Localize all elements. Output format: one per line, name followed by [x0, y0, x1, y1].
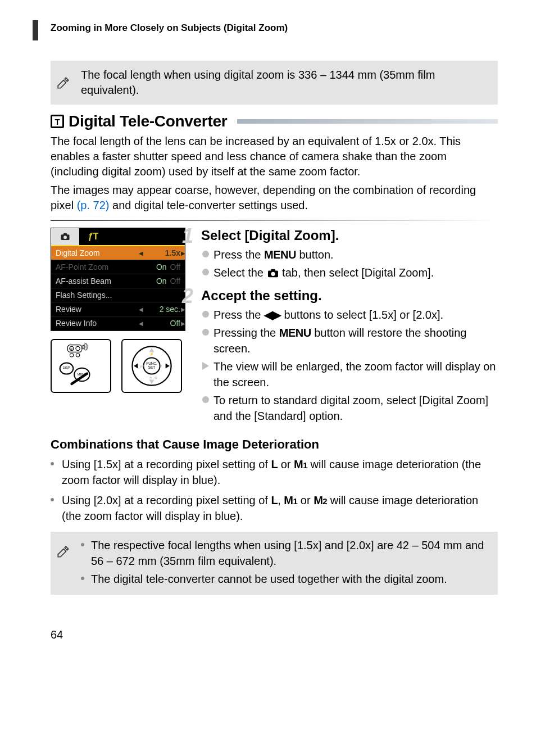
svg-text:DISP.: DISP.	[63, 366, 71, 369]
page-number: 64	[51, 628, 498, 641]
text: buttons to select [1.5x] or [2.0x].	[281, 309, 443, 321]
step-number-1: 1	[182, 224, 193, 248]
menu-value-off: Off	[170, 262, 180, 271]
svg-point-7	[82, 346, 85, 348]
menu-row-flash: Flash Settings...	[51, 288, 185, 302]
intro-2-b: and digital tele-converter settings used…	[110, 199, 308, 211]
page-side-tab	[33, 20, 38, 40]
text: button.	[296, 248, 334, 261]
text: Using [2.0x] at a recording pixel settin…	[62, 494, 271, 506]
menu-label: AF-assist Beam	[56, 277, 111, 286]
section-header: Zooming in More Closely on Subjects (Dig…	[51, 22, 498, 34]
svg-point-9	[70, 354, 73, 357]
size-m2-glyph: M2	[314, 494, 327, 506]
note-box: The focal length when using digital zoom…	[51, 61, 498, 105]
tele-badge-icon: T	[51, 115, 64, 128]
svg-point-2	[63, 236, 67, 239]
svg-rect-8	[84, 344, 87, 350]
camera-tab-icon	[267, 266, 279, 282]
svg-rect-29	[271, 269, 275, 272]
step-1: 1 Select [Digital Zoom].	[201, 228, 498, 243]
svg-marker-21	[134, 363, 138, 368]
step-2: 2 Accept the setting.	[201, 288, 498, 304]
size-l-glyph: L	[271, 494, 278, 506]
menu-button-glyph: MENU	[279, 327, 311, 339]
svg-text:ƒ: ƒ	[161, 364, 163, 369]
svg-point-5	[76, 346, 80, 350]
menu-value: 2 sec.	[160, 305, 180, 314]
menu-value: Off	[170, 319, 180, 328]
text: tab, then select [Digital Zoom].	[279, 266, 434, 279]
footer-note-2: The digital tele-converter cannot be use…	[81, 571, 488, 587]
svg-text:MF: MF	[140, 365, 145, 368]
menu-label: Digital Zoom	[56, 248, 100, 257]
text: ,	[278, 494, 284, 506]
step-2-title: Accept the setting.	[201, 288, 498, 304]
divider	[51, 220, 498, 221]
svg-point-10	[76, 354, 79, 357]
subsection-heading-row: T Digital Tele-Converter	[51, 112, 498, 130]
combinations-heading: Combinations that Cause Image Deteriorat…	[51, 437, 498, 452]
text: Press the	[214, 248, 264, 261]
intro-paragraph-2: The images may appear coarse, however, d…	[51, 183, 498, 213]
menu-label: Review Info	[56, 319, 97, 328]
step2-bullet-3: The view will be enlarged, the zoom fact…	[201, 359, 498, 390]
step-1-title: Select [Digital Zoom].	[201, 228, 498, 243]
heading-rule	[237, 119, 498, 124]
text: Using [1.5x] at a recording pixel settin…	[62, 458, 271, 470]
left-right-arrows-icon: ◀▶	[264, 309, 281, 321]
camera-tab-icon	[51, 228, 79, 245]
footer-note-box: The respective focal lengths when using …	[51, 532, 498, 595]
text: Select the	[214, 266, 267, 279]
svg-rect-1	[63, 233, 67, 236]
subsection-heading: Digital Tele-Converter	[69, 112, 227, 130]
svg-text:SET: SET	[69, 348, 74, 351]
menu-label: AF-Point Zoom	[56, 262, 108, 271]
menu-value-off: Off	[170, 277, 180, 286]
step2-bullet-1: Press the ◀▶ buttons to select [1.5x] or…	[201, 307, 498, 323]
camera-back-illustration: SET DISP. MENU	[51, 339, 111, 393]
svg-marker-20	[149, 380, 154, 384]
size-m1-glyph: M1	[294, 458, 307, 470]
combo-bullet-1: Using [1.5x] at a recording pixel settin…	[51, 456, 498, 488]
step2-bullet-4: To return to standard digital zoom, sele…	[201, 392, 498, 424]
text: Pressing the	[214, 327, 279, 339]
menu-value-on: On	[156, 262, 167, 271]
menu-label: Flash Settings...	[56, 291, 112, 300]
step-number-2: 2	[182, 284, 193, 308]
svg-text:✿: ✿	[155, 375, 157, 379]
dpad-illustration: FUNC. SET ⚡ MF ƒ ◔ ✿	[121, 339, 182, 393]
svg-text:◔: ◔	[149, 375, 152, 379]
svg-text:FUNC.: FUNC.	[146, 361, 157, 365]
size-m1-glyph: M1	[284, 494, 297, 506]
page-reference-link[interactable]: (p. 72)	[77, 199, 110, 211]
svg-text:⚡: ⚡	[149, 352, 154, 356]
size-l-glyph: L	[271, 458, 278, 470]
tools-tab-icon: ƒT	[79, 228, 107, 245]
menu-row-digital-zoom: Digital Zoom ◀ 1.5x ▶	[51, 246, 185, 260]
menu-row-review-info: Review Info ◀ Off ▶	[51, 316, 185, 331]
pencil-icon	[56, 75, 71, 90]
footer-note-1: The respective focal lengths when using …	[81, 537, 488, 569]
menu-label: Review	[56, 305, 81, 314]
step1-bullet-1: Press the MENU button.	[201, 247, 498, 262]
menu-button-glyph: MENU	[264, 248, 296, 261]
step2-bullet-2: Pressing the MENU button will restore th…	[201, 325, 498, 356]
step1-bullet-2: Select the tab, then select [Digital Zoo…	[201, 265, 498, 282]
combo-bullet-2: Using [2.0x] at a recording pixel settin…	[51, 492, 498, 524]
text: Press the	[214, 309, 264, 321]
menu-row-review: Review ◀ 2 sec. ▶	[51, 302, 185, 316]
intro-paragraph-1: The focal length of the lens can be incr…	[51, 134, 498, 179]
camera-menu-screenshot: ƒT Digital Zoom ◀ 1.5x ▶ AF-Point Zoom O…	[51, 228, 185, 331]
svg-marker-22	[166, 363, 170, 368]
svg-text:SET: SET	[148, 365, 155, 369]
menu-row-af-point-zoom: AF-Point Zoom OnOff	[51, 260, 185, 274]
menu-value-on: On	[156, 277, 167, 286]
text: or	[278, 458, 294, 470]
svg-point-30	[271, 272, 275, 276]
pencil-icon	[56, 537, 71, 561]
text: or	[297, 494, 314, 506]
menu-row-af-assist: AF-assist Beam OnOff	[51, 274, 185, 288]
note-text: The focal length when using digital zoom…	[81, 67, 488, 98]
menu-value: 1.5x	[165, 248, 180, 257]
